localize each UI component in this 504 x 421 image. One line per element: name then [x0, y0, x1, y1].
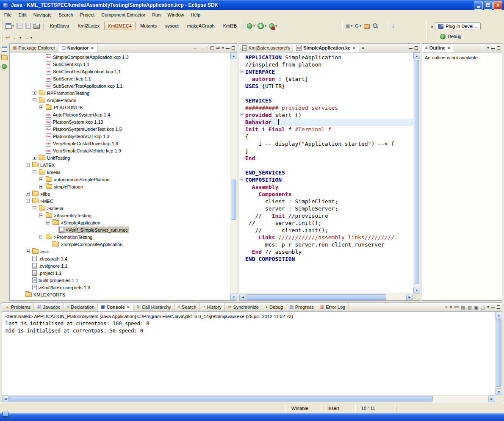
perspective-more-chevron[interactable]: »: [431, 24, 433, 29]
fast-view-restore-icon[interactable]: [2, 47, 7, 52]
tree-item-promotiontesting[interactable]: −>PromotionTesting: [10, 233, 230, 241]
maximize-view-icon[interactable]: [497, 305, 500, 309]
code-line[interactable]: {: [239, 133, 413, 140]
fold-collapse-icon[interactable]: −: [240, 177, 244, 181]
fold-collapse-icon[interactable]: −: [240, 113, 244, 116]
dropdown-chevron-icon[interactable]: ▾: [351, 24, 352, 28]
code-line[interactable]: END_SERVICES: [239, 169, 413, 176]
tree-item-kmlexports[interactable]: KMLEXPORTS: [10, 291, 230, 298]
toolbar-grip[interactable]: [1, 33, 3, 42]
last-edit-location-button[interactable]: ↩: [4, 33, 11, 43]
more-editors-chevron[interactable]: »: [362, 45, 364, 50]
tree-item-simpleplatoon[interactable]: +simplePlatoon: [10, 183, 230, 190]
tree-item-subclienttestapplication-kcp-1-1[interactable]: SubClientTestApplication.kcp 1.1: [10, 68, 230, 75]
menu-component-extractor[interactable]: Component Extractor: [98, 11, 149, 19]
maximize-view-icon[interactable]: [497, 46, 500, 50]
tree-expander-icon[interactable]: −: [46, 221, 50, 224]
tree-item-verif-simpleserver-run-mec[interactable]: >Verif_SimpleServer_run.mec: [10, 226, 230, 233]
save-all-button[interactable]: [24, 21, 32, 31]
tree-expander-icon[interactable]: −: [39, 235, 43, 239]
minimize-window-button[interactable]: [474, 1, 483, 10]
code-line[interactable]: @cs: p-r server.run client.runserver: [239, 241, 413, 248]
dropdown-chevron-icon[interactable]: ▾: [275, 24, 277, 28]
tree-item-simpleapplication[interactable]: −>SimpleApplication: [10, 219, 230, 226]
generate-button[interactable]: G▾: [354, 21, 363, 31]
code-line[interactable]: APPLICATION SimpleApplication: [239, 54, 413, 61]
code-line[interactable]: Behavior: [239, 119, 413, 126]
tree-item-unittesting[interactable]: +UnitTesting: [10, 154, 230, 161]
tree-item-classpath-1-4[interactable]: .classpath 1.4: [10, 255, 230, 262]
tree-item-simplecompositeapplication-kcp-1-3[interactable]: SimpleCompositeApplication.kcp 1.3: [10, 53, 230, 61]
editor-tab-kml2latex-userprefs[interactable]: Kml2latex.userprefs: [239, 44, 293, 52]
outline-tab[interactable]: ≡ Outline ×: [422, 44, 454, 52]
close-window-button[interactable]: ×: [493, 1, 502, 10]
remove-launch-icon[interactable]: ×: [449, 305, 452, 310]
tree-item-cvsignore-1-1[interactable]: .cvsignore 1.1: [10, 262, 230, 269]
tree-item-assemblytesting[interactable]: −>AssemblyTesting: [10, 212, 230, 219]
menu-navigate[interactable]: Navigate: [30, 11, 55, 19]
scroll-left-arrow[interactable]: ◀: [2, 396, 9, 402]
dropdown-chevron-icon[interactable]: ▾: [30, 36, 32, 40]
tree-expander-icon[interactable]: −: [33, 206, 36, 210]
toolbar-button-mutants[interactable]: Mutants: [136, 22, 161, 30]
menu-window[interactable]: Window: [164, 11, 187, 19]
code-line[interactable]: −COMPOSITION: [239, 176, 413, 183]
code-editor[interactable]: APPLICATION SimpleApplication//inspired …: [239, 53, 413, 294]
close-icon[interactable]: ×: [352, 45, 355, 50]
code-line[interactable]: }: [239, 147, 413, 155]
code-line[interactable]: // Init //provisoire: [239, 212, 413, 219]
tree-item-platoonsystemundertest-kcp-1-5[interactable]: PlatoonSystemUnderTest.kcp 1.5: [10, 125, 230, 133]
code-line[interactable]: End: [239, 155, 413, 162]
navigator-tree-area[interactable]: SimpleCompositeApplication.kcp 1.3SubCli…: [10, 53, 237, 300]
menu-run[interactable]: Run: [149, 11, 164, 19]
pin-console-icon[interactable]: ▣: [474, 305, 478, 310]
toolbar-button-sysout[interactable]: sysout: [161, 22, 183, 30]
console-tab-history[interactable]: ◔History: [200, 303, 225, 311]
scroll-down-arrow[interactable]: ▼: [413, 287, 420, 294]
code-line[interactable]: SERVICES: [239, 97, 413, 104]
code-line[interactable]: Init i Final f #Terminal f: [239, 126, 413, 133]
menu-project[interactable]: Project: [77, 11, 98, 19]
restore-window-button[interactable]: [484, 1, 493, 10]
code-line[interactable]: [239, 162, 413, 169]
menu-search[interactable]: Search: [55, 11, 77, 19]
close-icon[interactable]: ×: [127, 305, 130, 310]
tree-item-subserver-kcp-1-1[interactable]: SubServer.kcp 1.1: [10, 75, 230, 82]
tree-expander-icon[interactable]: −: [26, 163, 30, 167]
monitor-icon[interactable]: [2, 412, 8, 417]
console-tab-javadoc[interactable]: @Javadoc: [34, 303, 64, 311]
code-line[interactable]: //inspired from platoon: [239, 61, 413, 68]
minimize-view-icon[interactable]: [491, 306, 495, 308]
dropdown-chevron-icon[interactable]: ▾: [19, 36, 21, 40]
scrollbar-thumb[interactable]: [9, 396, 433, 402]
forward-button[interactable]: →▾: [22, 33, 33, 43]
console-tab-console[interactable]: ▣Console×: [98, 303, 133, 311]
tree-item-simpleplatoon[interactable]: −simplePlatoon: [10, 97, 230, 104]
view-tab-package-explorer[interactable]: ▦Package Explorer: [10, 44, 58, 52]
tree-expander-icon[interactable]: −: [33, 170, 36, 174]
view-menu-icon[interactable]: ▾: [487, 46, 489, 50]
taskbar[interactable]: [0, 413, 504, 421]
console-tab-call-hierarchy[interactable]: ⇅Call Hierarchy: [133, 303, 174, 311]
tree-item-kmelia[interactable]: −>kmelia: [10, 205, 230, 212]
scrollbar-thumb[interactable]: [496, 319, 501, 387]
external-tools-button[interactable]: ▾: [268, 21, 278, 31]
tree-expander-icon[interactable]: +: [26, 249, 30, 253]
console-tab-declaration[interactable]: ≡Declaration: [64, 303, 98, 311]
tree-expander-icon[interactable]: +: [33, 156, 36, 160]
tree-item-kmelia[interactable]: −kmelia: [10, 169, 230, 176]
console-tab-debug[interactable]: ●Debug: [262, 303, 286, 311]
package-explorer-fastview-icon[interactable]: [1, 55, 8, 60]
scrollbar-thumb[interactable]: [246, 294, 386, 300]
tree-item-libs[interactable]: +>libs: [10, 190, 230, 197]
tree-item-kml2latex-userprefs-1-3[interactable]: >Kml2latex.userprefs 1.3: [10, 284, 230, 291]
tree-item-verysimplecristaldriver-kcp-1-9[interactable]: VerySimpleCristalDriver.kcp 1.9: [10, 140, 230, 147]
tree-expander-icon[interactable]: +: [39, 185, 43, 188]
code-line[interactable]: −INTERFACE: [239, 68, 413, 75]
maximize-view-icon[interactable]: [232, 46, 235, 50]
tree-expander-icon[interactable]: +: [39, 177, 43, 181]
scroll-lock-icon[interactable]: ▥: [468, 305, 472, 310]
save-button[interactable]: [15, 21, 24, 31]
tree-item-rppromotiontesting[interactable]: +RPPromotionTesting: [10, 89, 230, 97]
tree-item-platoonsystemvut-kcp-1-3[interactable]: PlatoonSystemVUT.kcp 1.3: [10, 133, 230, 140]
